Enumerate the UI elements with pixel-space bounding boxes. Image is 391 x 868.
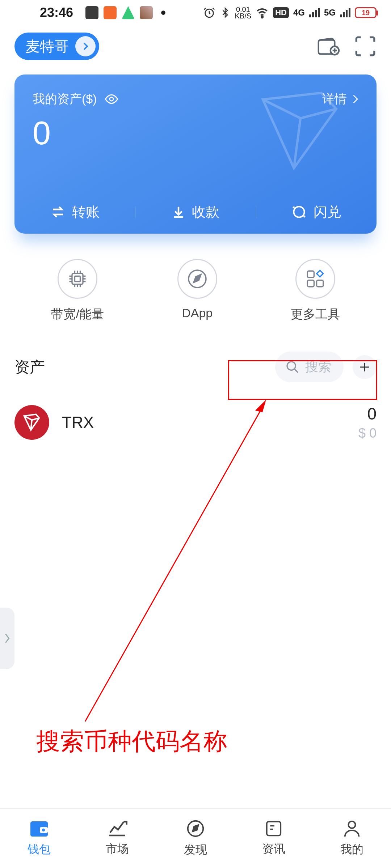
signal-bars-1 [309, 8, 320, 17]
svg-rect-6 [75, 276, 80, 282]
wallet-name: 麦特哥 [25, 37, 69, 56]
network-4g: 4G [293, 8, 305, 18]
quick-actions-row: 带宽/能量 DApp 更多工具 [0, 234, 391, 341]
app-icon-2 [140, 6, 153, 19]
assets-title: 资产 [14, 357, 45, 377]
card-actions: 转账 收款 闪兑 [14, 190, 377, 234]
status-right: 0.01KB/S HD 4G 5G 19 [203, 6, 377, 19]
asset-fiat: $ 0 [358, 426, 377, 441]
asset-label-row: 我的资产($) [33, 91, 119, 107]
nav-news[interactable]: 资讯 [235, 809, 313, 868]
signal-bars-2 [340, 8, 350, 17]
person-icon [343, 819, 361, 838]
network-5g: 5G [324, 8, 336, 18]
side-drawer-handle[interactable] [0, 608, 14, 669]
nav-discover[interactable]: 发现 [156, 809, 235, 868]
svg-point-4 [294, 207, 304, 217]
compass-icon [186, 267, 209, 290]
bandwidth-button[interactable]: 带宽/能量 [51, 259, 104, 323]
details-button[interactable]: 详情 [322, 91, 358, 107]
battery-indicator: 19 [355, 7, 377, 18]
nav-market[interactable]: 市场 [78, 809, 156, 868]
news-icon [265, 820, 283, 838]
bottom-nav: 钱包 市场 发现 资讯 我的 [0, 808, 391, 868]
chevron-right-icon [4, 631, 10, 646]
my-assets-label: 我的资产($) [33, 91, 97, 107]
more-tools-button[interactable]: 更多工具 [291, 259, 340, 323]
annotation-box [228, 360, 377, 400]
top-nav: 麦特哥 [0, 25, 391, 71]
svg-point-3 [110, 97, 113, 101]
dapp-button[interactable]: DApp [177, 259, 217, 323]
grid-icon [305, 268, 326, 289]
chevron-right-icon [75, 36, 96, 56]
bluetooth-icon [220, 7, 231, 18]
asset-amounts: 0 $ 0 [358, 404, 377, 441]
svg-point-17 [42, 829, 45, 831]
eye-icon[interactable] [104, 94, 119, 105]
wallet-selector[interactable]: 麦特哥 [14, 33, 99, 60]
asset-card: 我的资产($) 详情 0 转账 收款 闪兑 [14, 75, 377, 234]
asset-symbol: TRX [62, 413, 94, 431]
receive-button[interactable]: 收款 [135, 203, 256, 221]
hd-badge: HD [273, 7, 289, 18]
status-time: 23:46 [40, 5, 73, 20]
chart-icon [107, 820, 127, 838]
app-icon-1 [104, 6, 117, 19]
add-wallet-icon[interactable] [316, 35, 340, 57]
nav-mine[interactable]: 我的 [313, 809, 391, 868]
chip-icon [67, 268, 88, 290]
svg-rect-5 [72, 273, 83, 284]
svg-rect-19 [267, 822, 281, 835]
svg-rect-9 [307, 280, 314, 287]
scan-icon[interactable] [354, 35, 377, 58]
svg-rect-10 [316, 280, 323, 287]
dot-icon: • [161, 5, 166, 21]
wechat-icon [85, 6, 98, 19]
wifi-icon [256, 6, 269, 19]
svg-rect-8 [307, 271, 314, 277]
asset-balance: 0 [358, 404, 377, 424]
compass-icon [186, 819, 205, 838]
alarm-icon [203, 7, 215, 19]
transfer-icon [50, 204, 66, 220]
transfer-button[interactable]: 转账 [14, 203, 135, 221]
nav-wallet[interactable]: 钱包 [0, 809, 78, 868]
receive-icon [172, 205, 185, 219]
status-bar: 23:46 • 0.01KB/S HD 4G 5G 19 [0, 0, 391, 25]
svg-point-20 [348, 821, 355, 828]
swap-button[interactable]: 闪兑 [256, 203, 377, 221]
trx-icon [14, 405, 49, 440]
annotation-text: 搜索币种代码名称 [36, 725, 227, 758]
data-rate: 0.01KB/S [235, 6, 252, 19]
wallet-icon [28, 819, 50, 838]
location-icon [122, 6, 135, 19]
swap-icon [291, 204, 307, 220]
asset-row-trx[interactable]: TRX 0 $ 0 [0, 391, 391, 454]
chevron-right-icon [352, 94, 358, 105]
svg-point-1 [261, 16, 263, 18]
status-left: 23:46 • [40, 5, 166, 21]
